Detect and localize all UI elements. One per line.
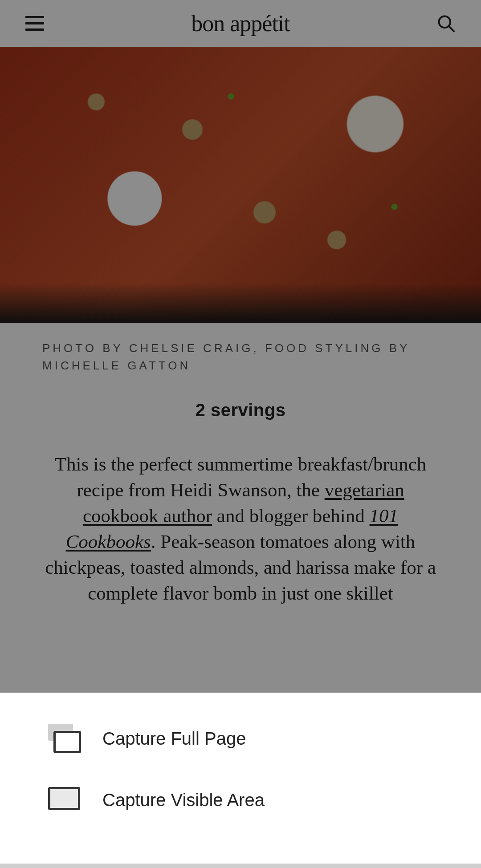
recipe-description: This is the perfect summertime breakfast… bbox=[0, 420, 481, 606]
desc-text-2: and blogger behind bbox=[212, 505, 369, 526]
svg-point-0 bbox=[439, 16, 450, 28]
hamburger-icon bbox=[25, 16, 44, 31]
svg-line-1 bbox=[449, 26, 454, 32]
menu-button[interactable] bbox=[22, 11, 47, 36]
search-icon bbox=[436, 14, 456, 33]
full-page-icon bbox=[48, 724, 81, 753]
servings-count: 2 servings bbox=[0, 400, 481, 420]
site-header: bon appétit bbox=[0, 0, 481, 47]
photo-caption: PHOTO BY CHELSIE CRAIG, FOOD STYLING BY … bbox=[0, 323, 481, 374]
site-logo[interactable]: bon appétit bbox=[191, 10, 290, 37]
capture-bottom-sheet: Capture Full Page Capture Visible Area bbox=[0, 693, 481, 868]
capture-visible-area-option[interactable]: Capture Visible Area bbox=[0, 785, 481, 815]
visible-area-icon bbox=[48, 785, 81, 815]
capture-visible-area-label: Capture Visible Area bbox=[102, 790, 265, 810]
capture-full-page-label: Capture Full Page bbox=[102, 729, 246, 749]
hero-image bbox=[0, 47, 481, 323]
capture-full-page-option[interactable]: Capture Full Page bbox=[0, 724, 481, 753]
search-button[interactable] bbox=[434, 11, 459, 36]
